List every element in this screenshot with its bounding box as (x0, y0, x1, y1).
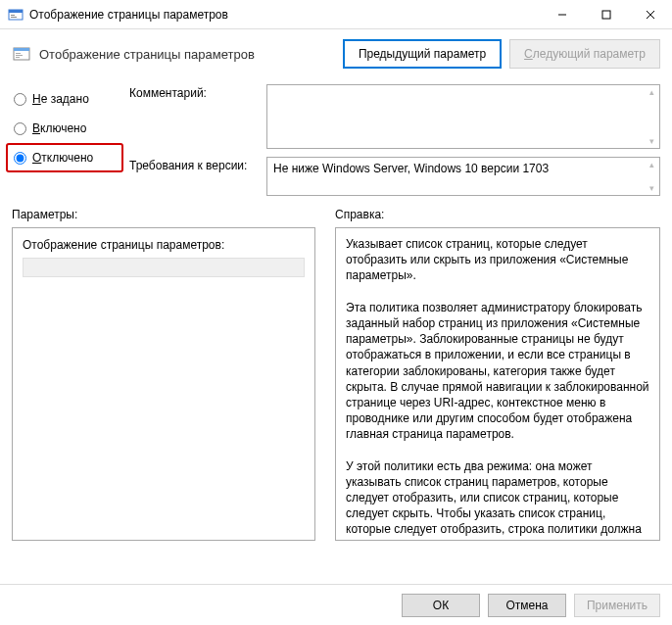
radio-enabled-label: Включено (32, 121, 86, 135)
scroll-indicator: ▴▾ (646, 160, 657, 193)
subheader-title: Отображение страницы параметров (39, 47, 335, 62)
svg-rect-3 (11, 17, 17, 18)
next-setting-button: Следующий параметр (509, 39, 660, 69)
subheader: Отображение страницы параметров Предыдущ… (0, 29, 672, 78)
comment-textarea[interactable]: ▴▾ (266, 84, 660, 149)
parameters-section-label: Параметры: (12, 208, 315, 221)
footer: ОК Отмена Применить (0, 584, 672, 625)
parameters-field-input[interactable] (23, 258, 305, 277)
radio-enabled[interactable]: Включено (12, 120, 118, 137)
ok-label: ОК (433, 599, 449, 612)
apply-button: Применить (574, 594, 660, 617)
policy-icon (12, 44, 31, 64)
requirements-value: Не ниже Windows Server, Windows 10 верси… (273, 162, 549, 175)
svg-rect-1 (9, 10, 23, 13)
svg-rect-10 (16, 53, 21, 54)
ok-button[interactable]: ОК (402, 594, 480, 617)
previous-setting-button[interactable]: Предыдущий параметр (343, 39, 502, 69)
comment-label: Комментарий: (129, 84, 257, 100)
svg-rect-9 (14, 48, 29, 51)
radio-enabled-input[interactable] (14, 122, 26, 135)
svg-rect-5 (602, 11, 610, 19)
radio-not-configured[interactable]: Не задано (12, 90, 118, 108)
previous-setting-label: Предыдущий параметр (359, 47, 486, 61)
state-radio-group: Не задано Включено Отключено (12, 84, 118, 196)
cancel-button[interactable]: Отмена (488, 594, 566, 617)
window-title: Отображение страницы параметров (29, 8, 540, 22)
help-panel: Указывает список страниц, которые следуе… (335, 227, 660, 541)
apply-label: Применить (587, 599, 648, 612)
close-button[interactable] (628, 0, 672, 28)
radio-not-configured-input[interactable] (14, 93, 26, 106)
parameters-field-label: Отображение страницы параметров: (23, 238, 305, 252)
svg-rect-11 (16, 55, 23, 56)
radio-disabled-input[interactable] (14, 152, 26, 165)
next-setting-label: Следующий параметр (524, 47, 646, 61)
radio-not-configured-label: Не задано (32, 92, 89, 106)
radio-disabled-label: Отключено (32, 151, 93, 165)
svg-rect-12 (16, 57, 20, 58)
requirements-box: Не ниже Windows Server, Windows 10 верси… (266, 157, 660, 196)
requirements-label: Требования к версии: (129, 157, 257, 172)
app-icon (8, 7, 24, 23)
parameters-panel: Отображение страницы параметров: (12, 227, 315, 541)
radio-disabled[interactable]: Отключено (6, 143, 123, 172)
scroll-indicator: ▴▾ (646, 87, 657, 146)
titlebar: Отображение страницы параметров (0, 0, 672, 29)
help-section-label: Справка: (335, 208, 660, 221)
svg-rect-2 (11, 15, 15, 16)
help-text: Указывает список страниц, которые следуе… (346, 237, 652, 541)
maximize-button[interactable] (584, 0, 628, 28)
minimize-button[interactable] (540, 0, 584, 28)
cancel-label: Отмена (505, 599, 548, 612)
